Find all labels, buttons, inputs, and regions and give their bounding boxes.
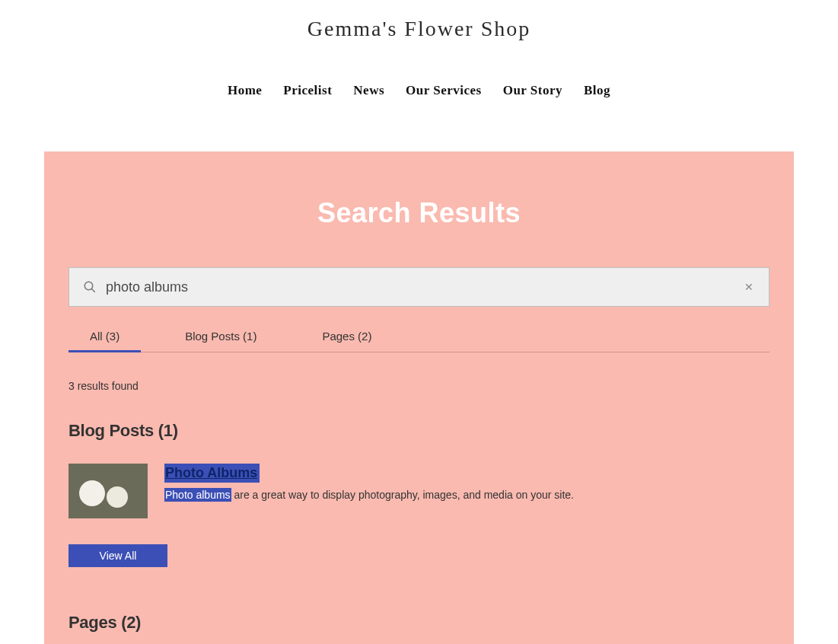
result-desc-rest: are a great way to display photography, … (231, 489, 574, 501)
search-results-panel: Search Results ✕ All (3) Blog Posts (1) … (44, 151, 794, 644)
result-item: Photo Albums Photo albums are a great wa… (69, 464, 769, 518)
result-title-link[interactable]: Photo Albums (164, 464, 260, 483)
clear-search-button[interactable]: ✕ (743, 281, 755, 293)
result-description: Photo albums are a great way to display … (164, 489, 574, 501)
tab-blog-posts[interactable]: Blog Posts (1) (164, 320, 278, 352)
result-text: Photo Albums Photo albums are a great wa… (164, 464, 574, 501)
nav-blog[interactable]: Blog (584, 83, 610, 98)
svg-line-1 (91, 289, 95, 292)
results-count: 3 results found (69, 380, 769, 392)
nav-our-services[interactable]: Our Services (406, 83, 482, 98)
search-results-heading: Search Results (44, 197, 794, 229)
search-input[interactable] (106, 279, 743, 295)
main-nav: Home Pricelist News Our Services Our Sto… (0, 83, 838, 98)
nav-news[interactable]: News (353, 83, 384, 98)
search-icon (83, 280, 97, 294)
result-thumbnail[interactable] (69, 464, 148, 518)
result-tabs: All (3) Blog Posts (1) Pages (2) (69, 320, 769, 352)
search-bar: ✕ (69, 267, 769, 307)
highlight-term: Photo albums (164, 488, 231, 502)
view-all-button[interactable]: View All (69, 544, 167, 567)
tab-pages[interactable]: Pages (2) (301, 320, 393, 352)
tab-all[interactable]: All (3) (69, 320, 141, 352)
svg-point-0 (84, 282, 93, 290)
site-title: Gemma's Flower Shop (0, 17, 838, 41)
nav-our-story[interactable]: Our Story (503, 83, 562, 98)
section-title-blog-posts: Blog Posts (1) (69, 421, 769, 441)
section-title-pages: Pages (2) (69, 613, 769, 633)
nav-home[interactable]: Home (228, 83, 262, 98)
nav-pricelist[interactable]: Pricelist (283, 83, 332, 98)
